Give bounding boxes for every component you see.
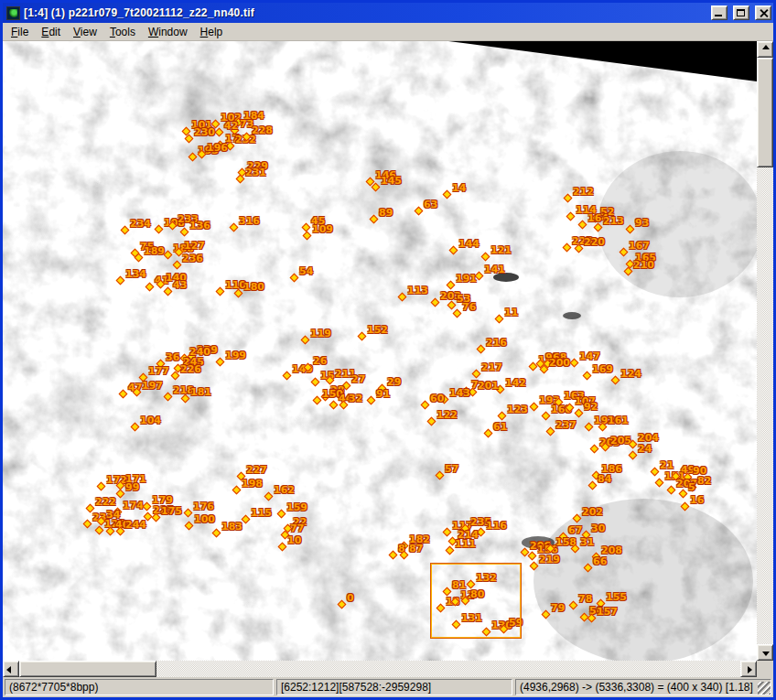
marker-label: 27 [351, 373, 365, 385]
marker-label: 127 [184, 240, 205, 252]
marker-label: 54 [299, 265, 313, 277]
marker-label: 180 [243, 281, 264, 293]
marker-label: 32 [349, 393, 362, 404]
minimize-button[interactable] [711, 5, 728, 20]
marker-label: 100 [194, 513, 215, 525]
marker-label: 122 [436, 409, 458, 421]
maximize-button[interactable] [733, 5, 749, 20]
marker-label: 217 [481, 361, 502, 373]
marker-label: 134 [125, 268, 146, 280]
marker-label: 200 [549, 357, 570, 369]
maximize-icon [737, 9, 745, 16]
marker-label: 109 [312, 223, 333, 235]
marker-label: 234 [130, 218, 151, 230]
marker-label: 113 [407, 285, 428, 296]
marker-label: 152 [367, 324, 388, 336]
marker-label: 0 [347, 592, 354, 604]
marker-label: 16 [690, 494, 704, 506]
marker-label: 93 [635, 217, 649, 229]
status-selection-info: (4936,2968) -> (5336,3308) = (400 x 340)… [515, 679, 771, 695]
marker-label: 99 [125, 481, 139, 493]
marker-label: 116 [486, 520, 507, 532]
marker-label: 119 [310, 328, 331, 339]
scroll-down-button[interactable] [757, 644, 773, 661]
marker-label: 199 [225, 350, 246, 361]
marker-label: 91 [376, 388, 390, 400]
marker-label: 189 [144, 245, 165, 257]
close-button[interactable] [755, 5, 771, 20]
marker-label: 92 [584, 401, 598, 413]
marker-label: 136 [189, 220, 210, 232]
vertical-scrollbar[interactable] [757, 41, 773, 661]
marker-label: 198 [242, 478, 263, 490]
marker-label: 219 [539, 554, 560, 565]
marker-label: 42 [224, 120, 238, 132]
marker-label: 222 [95, 496, 116, 508]
marker-label: 61 [493, 421, 507, 433]
horizontal-scroll-thumb[interactable] [19, 661, 156, 677]
marker-label: 161 [608, 415, 629, 426]
image-viewport[interactable]: 1011021847342230172322281951962292311461… [3, 41, 757, 661]
marker-label: 144 [458, 238, 480, 250]
scroll-up-button[interactable] [757, 41, 773, 58]
marker-label: 24 [638, 443, 652, 455]
scroll-right-button[interactable] [740, 661, 757, 677]
marker-label: 36 [166, 351, 179, 363]
marker-label: 159 [286, 501, 307, 513]
marker-label: 67 [568, 524, 582, 536]
window-title: [1:4] (1) p221r079_7t20021112_z22_nn40.t… [24, 6, 706, 19]
menu-item-window[interactable]: Window [142, 24, 194, 40]
minimize-icon [715, 15, 722, 16]
marker-label: 104 [140, 415, 161, 426]
status-coordinates: [6252:1212][587528:-2959298] [276, 679, 512, 695]
marker-label: 174 [123, 500, 144, 512]
marker-label: 237 [555, 419, 577, 431]
menu-bar: FileEditViewToolsWindowHelp [3, 23, 773, 41]
menu-item-view[interactable]: View [67, 24, 103, 40]
marker-label: 176 [193, 501, 214, 512]
marker-label: 162 [274, 484, 295, 496]
marker-label: 124 [620, 368, 641, 380]
marker-label: 197 [142, 380, 163, 392]
marker-label: 212 [573, 186, 594, 198]
marker-label: 183 [221, 521, 242, 533]
menu-item-tools[interactable]: Tools [103, 24, 142, 40]
marker-label: 143 [449, 387, 470, 399]
marker-label: 227 [246, 464, 267, 476]
marker-label: 30 [591, 522, 605, 534]
marker-label: 226 [180, 363, 201, 375]
marker-label: 10 [287, 534, 301, 546]
satellite-image [3, 41, 757, 661]
scroll-left-button[interactable] [3, 661, 19, 677]
menu-item-edit[interactable]: Edit [35, 24, 67, 40]
horizontal-scrollbar[interactable] [3, 661, 757, 677]
app-window: [1:4] (1) p221r079_7t20021112_z22_nn40.t… [0, 0, 776, 700]
menu-item-file[interactable]: File [5, 24, 35, 40]
marker-label: 77 [290, 522, 304, 534]
marker-label: 121 [490, 244, 512, 256]
menu-item-help[interactable]: Help [194, 24, 230, 40]
marker-label: 244 [125, 519, 146, 531]
arrow-right-icon [748, 666, 752, 673]
marker-label: 231 [245, 167, 266, 178]
resize-grip[interactable] [758, 682, 771, 695]
app-icon [6, 6, 20, 20]
selection-rectangle [431, 564, 521, 638]
marker-label: 175 [161, 505, 182, 517]
title-bar[interactable]: [1:4] (1) p221r079_7t20021112_z22_nn40.t… [3, 3, 773, 23]
marker-label: 210 [633, 259, 654, 271]
arrow-left-icon [6, 666, 11, 673]
marker-label: 167 [629, 240, 650, 252]
marker-label: 142 [505, 377, 526, 389]
marker-label: 79 [551, 602, 565, 614]
vertical-scroll-thumb[interactable] [757, 58, 773, 167]
marker-label: 29 [387, 376, 401, 388]
marker-label: 11 [504, 307, 518, 318]
marker-label: 228 [252, 124, 273, 136]
marker-label: 60 [430, 393, 444, 404]
marker-label: 155 [606, 591, 627, 603]
marker-label: 63 [424, 199, 437, 210]
marker-label: 76 [462, 301, 476, 313]
marker-label: 82 [697, 475, 711, 487]
marker-label: 236 [182, 253, 203, 264]
